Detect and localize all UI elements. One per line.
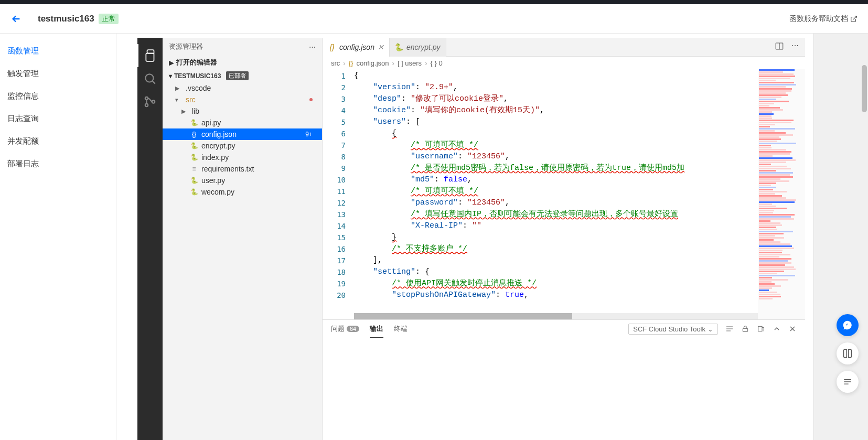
status-badge: 正常 xyxy=(99,14,119,24)
chevron-right-icon: ▶ xyxy=(175,85,183,92)
open-editors-section[interactable]: ▶ 打开的编辑器 xyxy=(163,56,322,69)
svg-point-3 xyxy=(152,100,155,103)
svg-point-0 xyxy=(145,74,153,82)
code-editor[interactable]: 1234567891011121314151617181920 { "versi… xyxy=(323,69,805,319)
app-title: testmusic163 xyxy=(38,14,94,24)
tree-file-requirements[interactable]: ≡requirements.txt xyxy=(163,163,322,175)
left-nav: 函数管理 触发管理 监控信息 日志查询 并发配额 部署日志 xyxy=(0,34,116,440)
tree-file-wecom[interactable]: 🐍wecom.py xyxy=(163,186,322,198)
search-icon[interactable] xyxy=(137,67,163,90)
panel-tabs: 问题 64 输出 终端 SCF Cloud Studio Toolk ⌄ xyxy=(323,320,805,338)
nav-monitor-info[interactable]: 监控信息 xyxy=(0,85,116,108)
collapse-panel-icon[interactable] xyxy=(773,325,781,333)
tree-folder-src[interactable]: ▾src xyxy=(163,94,322,105)
tab-label: config.json xyxy=(339,43,374,51)
chevron-down-icon: ▾ xyxy=(169,72,172,80)
project-section[interactable]: ▾ TESTMUSIC163 已部署 xyxy=(163,69,322,82)
python-file-icon: 🐍 xyxy=(190,142,198,150)
top-header: testmusic163 正常 函数服务帮助文档 xyxy=(0,4,868,34)
clear-output-icon[interactable] xyxy=(725,325,734,333)
lock-scroll-icon[interactable] xyxy=(741,325,749,333)
svg-rect-5 xyxy=(743,328,747,331)
chevron-down-icon: ⌄ xyxy=(708,325,713,333)
nav-concurrency-quota[interactable]: 并发配额 xyxy=(0,130,116,153)
explorer-title: 资源管理器 xyxy=(169,42,203,51)
tree-file-user[interactable]: 🐍user.py xyxy=(163,175,322,186)
bottom-panel: 问题 64 输出 终端 SCF Cloud Studio Toolk ⌄ xyxy=(323,319,805,440)
svg-point-2 xyxy=(145,104,148,106)
scrollbar-thumb[interactable] xyxy=(354,313,572,319)
chevron-right-icon: ▶ xyxy=(181,108,189,115)
panel-tab-terminal[interactable]: 终端 xyxy=(394,320,408,338)
breadcrumb-users[interactable]: [ ] users xyxy=(398,59,422,67)
breadcrumb-file[interactable]: config.json xyxy=(356,59,389,67)
open-editors-label: 打开的编辑器 xyxy=(176,58,217,67)
source-control-icon[interactable] xyxy=(137,90,163,113)
nav-trigger-mgmt[interactable]: 触发管理 xyxy=(0,62,116,85)
tree-file-encrypt[interactable]: 🐍encrypt.py xyxy=(163,140,322,152)
python-file-icon: 🐍 xyxy=(190,153,198,162)
scrollbar-thumb[interactable] xyxy=(862,65,867,112)
deployed-tag: 已部署 xyxy=(226,71,249,80)
tree-file-api[interactable]: 🐍api.py xyxy=(163,117,322,128)
breadcrumb[interactable]: src› {} config.json› [ ] users› { } 0 xyxy=(323,57,805,69)
close-icon[interactable]: ✕ xyxy=(378,43,384,51)
editor-column: {} config.json ✕ 🐍 encrypt.py ⋯ src› {} … xyxy=(323,38,805,440)
docs-button[interactable] xyxy=(837,342,859,364)
breadcrumb-src[interactable]: src xyxy=(331,59,340,67)
activity-bar xyxy=(137,38,163,440)
modified-dot-icon xyxy=(309,98,313,101)
svg-rect-6 xyxy=(758,326,762,331)
tree-folder-vscode[interactable]: ▶.vscode xyxy=(163,82,322,94)
explorer-panel: 资源管理器 ⋯ ▶ 打开的编辑器 ▾ TESTMUSIC163 已部署 ▶.vs… xyxy=(163,38,323,440)
open-log-icon[interactable] xyxy=(757,325,765,333)
json-file-icon: {} xyxy=(328,43,336,51)
feedback-button[interactable] xyxy=(837,371,859,393)
explorer-icon[interactable] xyxy=(137,44,163,67)
explorer-more-icon[interactable]: ⋯ xyxy=(309,43,316,51)
tree-file-config[interactable]: {}config.json9+ xyxy=(163,128,322,140)
nav-log-query[interactable]: 日志查询 xyxy=(0,108,116,130)
tab-label: encrypt.py xyxy=(406,43,441,51)
output-channel-dropdown[interactable]: SCF Cloud Studio Toolk ⌄ xyxy=(628,324,718,335)
explorer-header: 资源管理器 ⋯ xyxy=(163,38,322,56)
chevron-right-icon: ▶ xyxy=(169,59,174,67)
python-file-icon: 🐍 xyxy=(190,176,198,185)
breadcrumb-index[interactable]: { } 0 xyxy=(430,59,442,67)
panel-tab-output[interactable]: 输出 xyxy=(370,320,383,338)
python-file-icon: 🐍 xyxy=(190,188,198,196)
nav-function-mgmt[interactable]: 函数管理 xyxy=(0,40,116,62)
external-link-icon xyxy=(850,15,858,23)
tab-config-json[interactable]: {} config.json ✕ xyxy=(323,38,390,57)
problems-badge: 9+ xyxy=(305,131,313,138)
tree-file-index[interactable]: 🐍index.py xyxy=(163,152,322,163)
json-file-icon: {} xyxy=(349,59,353,67)
minimap[interactable] xyxy=(758,69,805,319)
tabs-row: {} config.json ✕ 🐍 encrypt.py ⋯ xyxy=(323,38,805,57)
more-actions-icon[interactable]: ⋯ xyxy=(791,41,799,52)
panel-tab-problems[interactable]: 问题 64 xyxy=(331,320,359,338)
svg-point-1 xyxy=(145,97,148,100)
nav-deploy-log[interactable]: 部署日志 xyxy=(0,153,116,175)
split-editor-icon[interactable] xyxy=(775,41,784,52)
horizontal-scrollbar[interactable] xyxy=(354,313,758,319)
close-panel-icon[interactable] xyxy=(788,325,797,333)
top-dark-bar xyxy=(0,0,868,4)
tree-folder-lib[interactable]: ▶lib xyxy=(163,105,322,117)
chevron-down-icon: ▾ xyxy=(175,96,183,103)
line-gutter: 1234567891011121314151617181920 xyxy=(323,69,354,319)
project-name: TESTMUSIC163 xyxy=(174,72,221,80)
back-arrow-icon[interactable] xyxy=(10,13,22,25)
python-file-icon: 🐍 xyxy=(395,43,403,51)
python-file-icon: 🐍 xyxy=(190,119,198,127)
code-body[interactable]: { "version": "2.9+", "desp": "修改了可以cooki… xyxy=(354,69,758,319)
help-link[interactable]: 函数服务帮助文档 xyxy=(789,14,858,24)
json-file-icon: {} xyxy=(190,130,198,138)
text-file-icon: ≡ xyxy=(190,165,198,173)
help-link-text: 函数服务帮助文档 xyxy=(789,14,848,24)
tab-encrypt-py[interactable]: 🐍 encrypt.py xyxy=(390,38,446,57)
problems-count: 64 xyxy=(347,326,359,332)
floating-buttons xyxy=(837,314,859,393)
support-chat-button[interactable] xyxy=(837,314,859,336)
